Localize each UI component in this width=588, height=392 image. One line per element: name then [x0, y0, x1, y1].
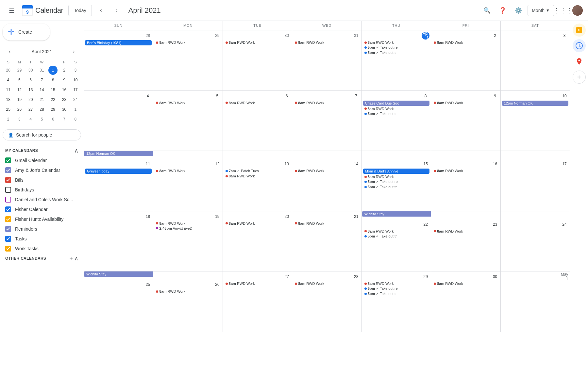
- cal-cell-apr18[interactable]: 18: [84, 211, 153, 271]
- event-take-out[interactable]: 5pm ✓ Take out tr: [363, 234, 429, 239]
- mini-day[interactable]: 6: [26, 75, 35, 85]
- view-selector[interactable]: Month ▼: [528, 5, 554, 16]
- sidebar-item-birthdays[interactable]: Birthdays: [3, 185, 81, 195]
- user-avatar[interactable]: [572, 5, 583, 16]
- event-wichita-stay-span[interactable]: Wichita Stay: [362, 211, 431, 217]
- add-calendar-icon[interactable]: +: [69, 255, 73, 262]
- mini-day[interactable]: 3: [15, 115, 24, 124]
- cal-cell-mar31[interactable]: 31 8am RWD Work: [292, 30, 361, 90]
- event-take-out[interactable]: 5pm ✓ Take out tr: [363, 111, 429, 116]
- sidebar-item-bills[interactable]: Bills: [3, 175, 81, 185]
- mini-day[interactable]: 15: [48, 85, 58, 94]
- cal-cell-may1[interactable]: May 1: [500, 271, 570, 332]
- cal-cell-apr24[interactable]: 24: [500, 211, 570, 271]
- right-icon-blue[interactable]: [573, 39, 586, 52]
- mini-day[interactable]: 5: [37, 115, 46, 124]
- cal-cell-mar28[interactable]: 28 Ben's Birthday (1981): [84, 30, 153, 90]
- sidebar-item-daniel[interactable]: Daniel and Cole's Work Sc...: [3, 195, 81, 204]
- other-calendars-section-header[interactable]: Other calendars + ∧: [3, 253, 81, 263]
- mini-day[interactable]: 24: [71, 95, 80, 104]
- event-take-out-2[interactable]: 5pm ✓ Take out tr: [363, 291, 429, 296]
- mini-day[interactable]: 26: [15, 105, 24, 114]
- event-norman-ok-span[interactable]: 12pm Norman OK: [84, 151, 153, 156]
- mini-day[interactable]: 2: [4, 115, 13, 124]
- mini-day[interactable]: 4: [26, 115, 35, 124]
- help-button[interactable]: ❓: [496, 4, 509, 17]
- cal-cell-apr27[interactable]: 27 8am RWD Work: [223, 271, 292, 332]
- cal-cell-apr28[interactable]: 28 8am RWD Work: [292, 271, 361, 332]
- cal-cell-apr8[interactable]: 8 Chase Card Due Soo 8am RWD Work 5pm ✓ …: [361, 91, 431, 151]
- mini-day[interactable]: 29: [15, 66, 24, 75]
- mini-day[interactable]: 13: [26, 85, 35, 94]
- cal-cell-apr26[interactable]: 26 8am RWD Work: [153, 271, 222, 332]
- mini-day[interactable]: 17: [71, 85, 80, 94]
- event-patch-tues[interactable]: 7am ✓ Patch Tues: [224, 169, 291, 173]
- calendar-checkbox-gmail[interactable]: [5, 157, 11, 163]
- mini-day[interactable]: 23: [60, 95, 69, 104]
- event-rwd-work[interactable]: 8am RWD Work: [224, 101, 291, 105]
- mini-day[interactable]: 18: [4, 95, 13, 104]
- mini-day[interactable]: 10: [71, 75, 80, 85]
- sidebar-item-gmail[interactable]: Gmail Calendar: [3, 155, 81, 165]
- cal-cell-apr1[interactable]: Apr 1 8am RWD Work 5pm ✓ Take out re 5pm…: [361, 30, 431, 90]
- mini-next-button[interactable]: ›: [69, 47, 78, 56]
- mini-day[interactable]: 6: [48, 115, 58, 124]
- mini-day[interactable]: 1: [71, 105, 80, 114]
- event-amy-eyed[interactable]: 2:45pm Amy@EyeD: [155, 226, 221, 231]
- cal-cell-apr5[interactable]: 5 8am RWD Work: [153, 91, 222, 151]
- calendar-checkbox-work-tasks[interactable]: [5, 246, 11, 252]
- cal-cell-apr10[interactable]: 10 12pm Norman OK: [500, 91, 570, 151]
- event-rwd-work[interactable]: 8am RWD Work: [155, 221, 221, 226]
- cal-cell-apr12[interactable]: 12 8am RWD Work: [153, 151, 222, 211]
- cal-cell-mar29[interactable]: 29 8am RWD Work: [153, 30, 222, 90]
- event-wichita-stay-span2[interactable]: Wichita Stay: [84, 271, 153, 277]
- event-rwd-work[interactable]: 8am RWD Work: [155, 101, 221, 105]
- today-button[interactable]: Today: [68, 5, 92, 16]
- cal-cell-apr4[interactable]: 4: [84, 91, 153, 151]
- mini-prev-button[interactable]: ‹: [5, 47, 14, 56]
- calendar-checkbox-reminders[interactable]: [5, 226, 11, 232]
- event-rwd-work[interactable]: 8am RWD Work: [432, 40, 499, 45]
- mini-day[interactable]: 12: [15, 85, 24, 94]
- calendar-checkbox-fisher-huntz[interactable]: [5, 216, 11, 222]
- mini-day-today[interactable]: 1: [48, 66, 58, 75]
- mini-day[interactable]: 19: [15, 95, 24, 104]
- sidebar-item-amy-jon[interactable]: Amy & Jon's Calendar: [3, 165, 81, 175]
- sidebar-item-work-tasks[interactable]: Work Tasks: [3, 244, 81, 253]
- search-people-input[interactable]: 👤 Search for people: [3, 129, 81, 140]
- my-calendars-section-header[interactable]: My calendars ∧: [3, 146, 81, 155]
- cal-cell-apr30[interactable]: 30 8am RWD Work: [431, 271, 500, 332]
- mini-day[interactable]: 27: [26, 105, 35, 114]
- mini-day[interactable]: 4: [4, 75, 13, 85]
- mini-day[interactable]: 29: [48, 105, 58, 114]
- event-take-out-2[interactable]: 5pm ✓ Take out tr: [363, 185, 429, 189]
- cal-cell-apr25[interactable]: Wichita Stay 25: [84, 271, 153, 332]
- cal-cell-apr23[interactable]: 23 8am RWD Work: [431, 211, 500, 271]
- mini-day[interactable]: 7: [37, 75, 46, 85]
- event-rwd-work[interactable]: 8am RWD Work: [363, 281, 429, 286]
- event-greysen-bday[interactable]: Greysen bday: [85, 169, 152, 174]
- event-chase-card[interactable]: Chase Card Due Soo: [363, 101, 429, 106]
- event-rwd-work[interactable]: 8am RWD Work: [224, 174, 291, 178]
- mini-day[interactable]: 28: [37, 105, 46, 114]
- sidebar-item-fisher-huntz[interactable]: Fisher Huntz Availability: [3, 214, 81, 224]
- cal-cell-apr17[interactable]: 17: [500, 151, 570, 211]
- cal-cell-apr29[interactable]: 29 8am RWD Work 5pm ✓ Take out re 5pm ✓ …: [361, 271, 431, 332]
- right-icon-maps[interactable]: [573, 55, 586, 68]
- sidebar-item-fisher[interactable]: Fisher Calendar: [3, 204, 81, 214]
- mini-day[interactable]: 28: [4, 66, 13, 75]
- event-take-out-2[interactable]: 5pm ✓ Take out tr: [363, 50, 429, 55]
- event-rwd-work[interactable]: 8am RWD Work: [155, 289, 221, 294]
- cal-cell-apr19[interactable]: 19 8am RWD Work 2:45pm Amy@EyeD: [153, 211, 222, 271]
- event-rwd-work[interactable]: 8am RWD Work: [432, 281, 499, 286]
- calendar-checkbox-daniel[interactable]: [5, 197, 11, 203]
- event-rwd-work[interactable]: 8am RWD Work: [294, 101, 360, 105]
- cal-cell-apr11[interactable]: 12pm Norman OK 11 Greysen bday: [84, 151, 153, 211]
- event-rwd-work[interactable]: 8am RWD Work: [363, 40, 429, 45]
- event-rwd-work[interactable]: 8am RWD Work: [155, 169, 221, 173]
- mini-day[interactable]: 7: [60, 115, 69, 124]
- mini-day[interactable]: 8: [48, 75, 58, 85]
- create-button[interactable]: ✛ Create: [3, 24, 50, 41]
- event-rwd-work[interactable]: 8am RWD Work: [363, 229, 429, 234]
- right-icon-yellow[interactable]: G: [573, 24, 586, 37]
